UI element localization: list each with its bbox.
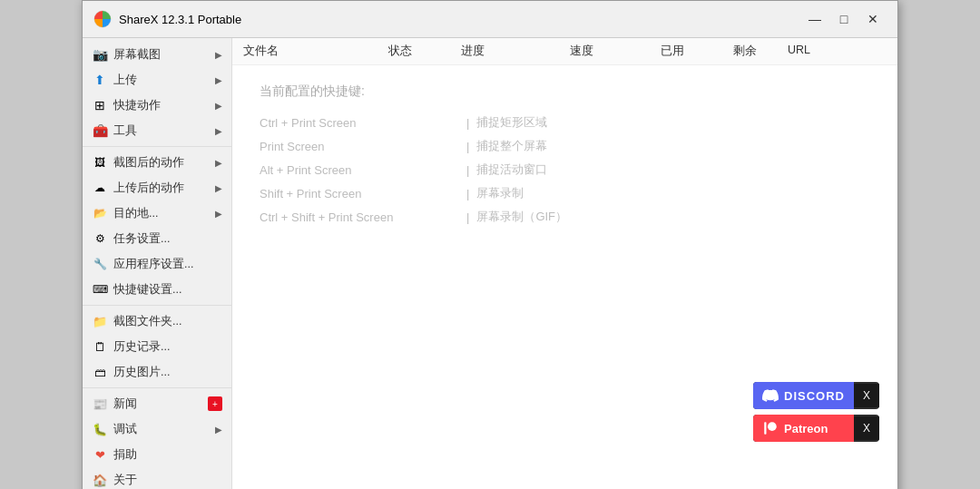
arrow-icon-debug: ▶: [215, 425, 222, 435]
after-capture-icon: 🖼: [92, 154, 108, 171]
arrow-icon-after-capture: ▶: [215, 158, 222, 168]
arrow-icon-quick-actions: ▶: [215, 101, 222, 111]
hotkey-item-4: Ctrl + Shift + Print Screen | 屏幕录制（GIF）: [260, 209, 870, 225]
sidebar-label-destination: 目的地...: [113, 206, 158, 221]
sidebar-item-app-settings[interactable]: 🔧 应用程序设置...: [83, 251, 231, 277]
hotkey-desc-1: 捕捉整个屏幕: [476, 138, 547, 154]
hotkey-list: Ctrl + Print Screen | 捕捉矩形区域 Print Scree…: [260, 114, 870, 225]
sidebar-item-hotkey-settings[interactable]: ⌨ 快捷键设置...: [83, 277, 231, 302]
discord-banner[interactable]: DISCORD X: [753, 382, 879, 409]
tools-icon: 🧰: [92, 122, 108, 139]
arrow-icon-upload: ▶: [215, 75, 222, 85]
title-left: ShareX 12.3.1 Portable: [93, 10, 241, 28]
history-images-icon: 🗃: [92, 364, 108, 380]
sidebar-item-after-upload[interactable]: ☁ 上传后的动作 ▶: [83, 175, 231, 200]
hotkey-item-3: Shift + Print Screen | 屏幕录制: [260, 185, 870, 201]
sidebar-label-history-images: 历史图片...: [113, 365, 170, 380]
main-content: 📷 屏幕截图 ▶ ⬆ 上传 ▶ ⊞ 快捷动作 ▶ 🧰 工具 ▶: [83, 38, 897, 489]
sidebar-item-task-settings[interactable]: ⚙ 任务设置...: [83, 226, 231, 251]
col-header-speed: 速度: [570, 44, 661, 59]
destination-icon: 📂: [92, 205, 108, 221]
hotkey-key-0: Ctrl + Print Screen: [260, 116, 459, 130]
news-badge: +: [208, 396, 222, 411]
patreon-icon: [762, 420, 779, 436]
sidebar-item-after-capture[interactable]: 🖼 截图后的动作 ▶: [83, 150, 231, 175]
close-button[interactable]: ✕: [859, 8, 887, 30]
col-header-url: URL: [788, 44, 860, 59]
sidebar-label-history: 历史记录...: [113, 339, 170, 355]
col-header-remaining: 剩余: [733, 44, 788, 59]
grid-icon: ⊞: [92, 97, 108, 113]
sidebar-item-destination[interactable]: 📂 目的地... ▶: [83, 200, 231, 226]
sidebar-label-news: 新闻: [113, 396, 137, 412]
minimize-button[interactable]: —: [801, 8, 828, 30]
col-header-used: 已用: [661, 44, 733, 59]
sidebar-item-about[interactable]: 🏠 关于: [83, 467, 231, 489]
donate-icon: ❤: [92, 446, 108, 463]
patreon-banner[interactable]: Patreon X: [753, 415, 879, 442]
sidebar-item-history-images[interactable]: 🗃 历史图片...: [83, 359, 231, 385]
hotkey-key-2: Alt + Print Screen: [260, 163, 459, 177]
discord-icon: [762, 387, 779, 404]
svg-rect-2: [764, 422, 766, 435]
sidebar-label-tools: 工具: [113, 123, 137, 139]
sidebar-item-debug[interactable]: 🐛 调试 ▶: [83, 416, 231, 442]
sidebar: 📷 屏幕截图 ▶ ⬆ 上传 ▶ ⊞ 快捷动作 ▶ 🧰 工具 ▶: [83, 38, 232, 489]
hotkey-item-2: Alt + Print Screen | 捕捉活动窗口: [260, 161, 870, 178]
hotkey-key-4: Ctrl + Shift + Print Screen: [260, 210, 459, 224]
task-settings-icon: ⚙: [92, 230, 108, 247]
hotkey-desc-4: 屏幕录制（GIF）: [476, 209, 567, 225]
hotkey-sep-3: |: [466, 187, 469, 200]
sidebar-label-quick-actions: 快捷动作: [113, 98, 161, 113]
app-icon: [93, 10, 112, 28]
hotkey-item-0: Ctrl + Print Screen | 捕捉矩形区域: [260, 114, 870, 131]
main-window: ShareX 12.3.1 Portable — □ ✕ 📷 屏幕截图 ▶ ⬆ …: [82, 0, 898, 489]
divider-2: [83, 305, 231, 306]
discord-logo-area: DISCORD: [753, 382, 854, 409]
arrow-icon-screenshot: ▶: [215, 50, 222, 60]
arrow-icon-destination: ▶: [215, 209, 222, 219]
maximize-button[interactable]: □: [830, 8, 858, 30]
sidebar-label-about: 关于: [113, 473, 137, 488]
sidebar-item-donate[interactable]: ❤ 捐助: [83, 442, 231, 467]
content-wrapper: 文件名 状态 进度 速度 已用 剩余 URL 当前配置的快捷键: Ctrl + …: [232, 38, 897, 489]
window-title: ShareX 12.3.1 Portable: [119, 13, 241, 26]
patreon-close-button[interactable]: X: [854, 416, 879, 440]
svg-point-1: [768, 422, 777, 431]
sidebar-item-history[interactable]: 🗒 历史记录...: [83, 334, 231, 359]
sidebar-label-after-capture: 截图后的动作: [113, 155, 184, 171]
discord-label: DISCORD: [784, 389, 845, 403]
col-header-progress: 进度: [461, 44, 570, 59]
sidebar-item-news[interactable]: 📰 新闻 +: [83, 391, 231, 416]
sidebar-label-upload: 上传: [113, 73, 137, 88]
sidebar-label-screenshot-folder: 截图文件夹...: [113, 314, 181, 329]
debug-icon: 🐛: [92, 421, 108, 437]
sidebar-item-screenshot[interactable]: 📷 屏幕截图 ▶: [83, 42, 231, 67]
hotkey-settings-icon: ⌨: [92, 281, 108, 298]
hotkey-title: 当前配置的快捷键:: [260, 83, 870, 100]
patreon-label: Patreon: [784, 422, 828, 435]
about-icon: 🏠: [92, 472, 108, 488]
sidebar-item-tools[interactable]: 🧰 工具 ▶: [83, 118, 231, 143]
sidebar-item-quick-actions[interactable]: ⊞ 快捷动作 ▶: [83, 93, 231, 118]
sidebar-label-task-settings: 任务设置...: [113, 231, 170, 247]
folder-icon: 📁: [92, 313, 108, 329]
discord-close-button[interactable]: X: [854, 384, 879, 407]
app-settings-icon: 🔧: [92, 256, 108, 272]
hotkey-sep-2: |: [466, 163, 469, 177]
hotkey-desc-2: 捕捉活动窗口: [476, 161, 547, 178]
upload-icon: ⬆: [92, 72, 108, 88]
sidebar-item-upload[interactable]: ⬆ 上传 ▶: [83, 67, 231, 93]
hotkey-sep-4: |: [466, 210, 469, 224]
hotkey-key-1: Print Screen: [260, 140, 459, 153]
news-icon: 📰: [92, 396, 108, 412]
sidebar-label-app-settings: 应用程序设置...: [113, 257, 193, 272]
table-header: 文件名 状态 进度 速度 已用 剩余 URL: [232, 38, 897, 65]
hotkey-sep-1: |: [466, 140, 469, 153]
hotkey-desc-0: 捕捉矩形区域: [476, 114, 547, 131]
sidebar-item-screenshot-folder[interactable]: 📁 截图文件夹...: [83, 308, 231, 334]
after-upload-icon: ☁: [92, 180, 108, 196]
col-header-status: 状态: [388, 44, 461, 59]
sidebar-label-after-upload: 上传后的动作: [113, 181, 184, 196]
banner-area: DISCORD X Patreon X: [753, 382, 879, 442]
